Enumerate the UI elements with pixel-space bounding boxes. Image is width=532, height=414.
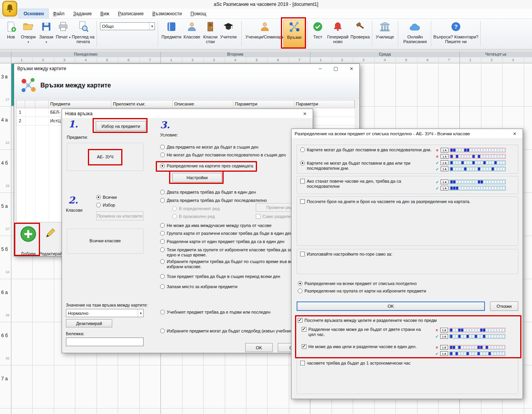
- subjects-label: Предмети:: [67, 135, 88, 140]
- cancel-button[interactable]: Откажи: [490, 301, 518, 311]
- card-icon: 1 A: [441, 167, 448, 171]
- use-above-checkbox[interactable]: Използвайте настройките по-горе само за:: [300, 252, 514, 257]
- column-header[interactable]: [16, 100, 25, 108]
- dialog-titlebar[interactable]: Разпределение на всеки предмет от списък…: [292, 129, 523, 138]
- ok-button[interactable]: OK: [245, 343, 273, 352]
- ok-button[interactable]: OK: [297, 301, 485, 311]
- dropdown-arrow-icon[interactable]: ▾: [69, 36, 71, 39]
- period-number: 3: [502, 58, 523, 63]
- add-link-button[interactable]: [20, 225, 37, 243]
- classes-pick-radio[interactable]: Избор: [96, 203, 115, 208]
- choose-subjects-button[interactable]: Избор на предмети: [96, 121, 146, 131]
- scope-combobox[interactable]: Общо ▾: [100, 22, 155, 30]
- condition-radio-13[interactable]: Учебният предмет трябва да е първи или п…: [160, 310, 270, 315]
- condition-label: Условие:: [160, 133, 178, 137]
- condition-radio-3-selected[interactable]: Разпределение на картите през седмицата: [160, 163, 253, 169]
- placement-pattern: [450, 186, 506, 191]
- row-subject: ИстЦ: [50, 118, 61, 123]
- not-consecutive-radio[interactable]: Картите не могат да бъдат поставяни в дв…: [300, 161, 433, 171]
- condition-radio-9[interactable]: Тези предмети за групите от изброените к…: [160, 247, 301, 258]
- close-button[interactable]: ×: [344, 64, 359, 73]
- weight-select[interactable]: Нормално ▾: [66, 309, 144, 317]
- subjects-button[interactable]: Предмети: [161, 20, 182, 49]
- dialog-titlebar[interactable]: Нова връзка: [62, 109, 313, 118]
- menu-tab-6[interactable]: Възможности: [148, 9, 186, 18]
- edit-link-label[interactable]: Редактирай: [37, 251, 64, 256]
- check-button[interactable]: Проверка: [350, 20, 370, 49]
- column-header[interactable]: Описание: [173, 100, 233, 108]
- ribbon-toolbar: Нов Отвори ▾ Запази ▾ Печат ▾: [0, 19, 532, 49]
- class-size: 34: [0, 270, 9, 274]
- note-input[interactable]: [66, 338, 144, 346]
- deactivate-button[interactable]: Деактивирай: [66, 319, 112, 327]
- condition-radio-12[interactable]: Запази място за избрани предмети: [160, 284, 237, 289]
- condition-radio-6[interactable]: Не може да има междучасие между група от…: [160, 223, 271, 228]
- condition-radio-4[interactable]: Двата предмета трябва да бъдат в един де…: [160, 190, 256, 195]
- menu-tab-1[interactable]: Основен: [19, 9, 49, 18]
- new-button[interactable]: Нов: [3, 20, 19, 49]
- print-preview-button[interactable]: Преглед на печата: [72, 20, 95, 49]
- more-consecutive-checkbox[interactable]: Ако станат повече часове на ден, трябва …: [300, 179, 426, 189]
- generate-button[interactable]: Генерирай ново: [326, 20, 349, 49]
- two-consecutive-radio[interactable]: Картите могат да бъдат поставяни в два п…: [300, 147, 433, 153]
- menu-tab-7[interactable]: Помощ: [186, 9, 210, 18]
- chevron-down-icon[interactable]: ▾: [149, 23, 153, 30]
- column-header[interactable]: [35, 100, 49, 108]
- school-button[interactable]: Училище: [374, 20, 395, 49]
- close-button[interactable]: ×: [507, 129, 523, 138]
- open-button[interactable]: Отвори ▾: [20, 20, 37, 49]
- each-subject-radio[interactable]: Разпределение на всеки предмет от списък…: [298, 281, 417, 286]
- classes-button[interactable]: Класове: [183, 20, 201, 49]
- menu-tab-4[interactable]: Виж: [96, 9, 114, 18]
- dropdown-arrow-icon[interactable]: ▾: [27, 40, 29, 44]
- test-button[interactable]: Тест: [310, 20, 326, 49]
- students-button[interactable]: Ученици/Семинари: [245, 20, 284, 49]
- links-molecule-icon: [19, 76, 37, 95]
- no-mix-checkbox[interactable]: Не може да има цели и разделени часове в…: [302, 344, 427, 349]
- menu-tab-3[interactable]: Задание: [69, 9, 96, 18]
- row-subject: БЕЛ-: [50, 110, 60, 114]
- column-header[interactable]: [25, 100, 35, 108]
- column-header[interactable]: Приложете към:: [111, 100, 173, 108]
- specify-days-checkbox[interactable]: Посочете броя на дните и броя на часовет…: [300, 199, 514, 204]
- condition-radio-7[interactable]: Групата карти от различни класове трябва…: [160, 231, 292, 236]
- condition-radio-5[interactable]: Двата предмета трябва да бъдат последова…: [160, 198, 267, 203]
- minimize-button[interactable]: –: [312, 64, 328, 73]
- condition-radio-11[interactable]: Този предмет трябва да бъде в същия пери…: [160, 274, 280, 279]
- link-split-checkbox[interactable]: Посочете връзката между целите и разделе…: [298, 318, 466, 323]
- teachers-button[interactable]: Учители: [218, 20, 239, 49]
- subjects-value: АЕ- ЗУЧ: [67, 154, 144, 159]
- chevron-down-icon[interactable]: ▾: [138, 309, 142, 317]
- edit-link-button[interactable]: [44, 227, 56, 240]
- column-header[interactable]: Параметри: [294, 100, 355, 108]
- condition-radio-2[interactable]: Не могат да бъдат поставени последовател…: [160, 153, 286, 158]
- print-button[interactable]: Печат ▾: [55, 20, 71, 49]
- menu-tab-2[interactable]: Файл: [49, 9, 69, 18]
- classrooms-button[interactable]: Класни стаи: [202, 20, 219, 49]
- hour-limit-checkbox[interactable]: часовете трябва да бъдат до 1 астрономич…: [300, 361, 514, 366]
- split-sides-checkbox[interactable]: Разделени часове може да не бъдат от две…: [302, 327, 427, 337]
- classes-all-radio[interactable]: Всички: [96, 195, 117, 200]
- column-header[interactable]: Параметри: [233, 100, 294, 108]
- menu-tab-5[interactable]: Разписание: [114, 9, 148, 18]
- card-group-radio[interactable]: Разпределение на групата от карти на изб…: [298, 289, 426, 294]
- condition-radio-8[interactable]: Разделени карти от един предмет трябва д…: [160, 239, 284, 244]
- checkbox-icon: [300, 179, 305, 183]
- online-timetables-button[interactable]: Онлайн Разписания: [401, 20, 429, 49]
- condition-radio-10[interactable]: Избраните предмети трябва да бъдат по съ…: [160, 259, 301, 269]
- condition-radio-14[interactable]: Избраните предмети могат да бъдат следоб…: [160, 329, 292, 334]
- column-header[interactable]: Предмети: [49, 100, 111, 108]
- close-button[interactable]: ×: [297, 109, 313, 118]
- dropdown-arrow-icon[interactable]: ▾: [46, 40, 47, 44]
- settings-button[interactable]: Настройки: [172, 173, 222, 182]
- condition-radio-1[interactable]: Два предмета не могат да бъдат в същия д…: [160, 145, 259, 150]
- dialog-titlebar[interactable]: Връзки между картите: [14, 64, 359, 73]
- maximize-button[interactable]: ▢: [328, 64, 344, 73]
- class-row-label: 7 а: [1, 376, 8, 381]
- pattern-row: ✓1 A: [435, 179, 506, 185]
- questions-button[interactable]: ? Въпроси? Коментари? Пишете ни: [433, 20, 479, 49]
- links-button[interactable]: Връзки: [283, 20, 305, 48]
- class-size: 26: [0, 184, 9, 188]
- app-logo-bell-icon[interactable]: [2, 1, 17, 16]
- save-button[interactable]: Запази ▾: [38, 20, 55, 49]
